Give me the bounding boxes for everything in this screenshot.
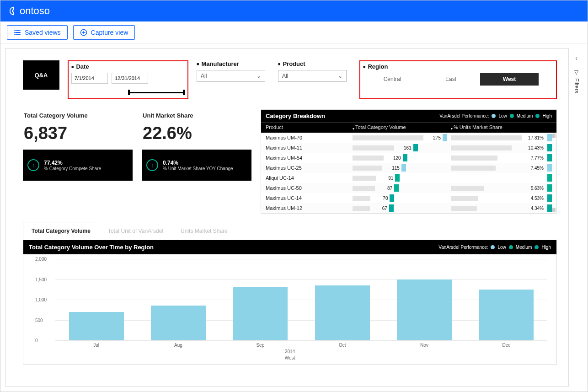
- table-row[interactable]: Maximus UC-251157.45%: [261, 163, 556, 173]
- cell-product: Maximus UC-14: [266, 195, 353, 201]
- date-end-input[interactable]: [112, 73, 148, 84]
- share-bar: [451, 135, 522, 140]
- cell-product: Maximus UM-54: [266, 155, 353, 161]
- legend-low-dot: [491, 245, 495, 249]
- product-select[interactable]: All ⌄: [278, 70, 347, 82]
- cell-volume: 70: [353, 194, 451, 202]
- cell-share: 10.43%: [451, 144, 552, 151]
- card-volume-desc: % Category Compete Share: [44, 166, 101, 171]
- perf-indicator: [547, 194, 552, 202]
- perf-indicator: [443, 134, 447, 141]
- card-share-value: 22.6%: [142, 123, 251, 150]
- cell-product: Maximus UC-50: [266, 185, 353, 191]
- col-volume[interactable]: ▾Total Category Volume: [353, 124, 451, 130]
- saved-views-label: Saved views: [25, 29, 61, 36]
- region-btn-west[interactable]: West: [480, 73, 539, 86]
- funnel-icon: ▽: [573, 69, 580, 75]
- date-start-input[interactable]: [71, 73, 108, 84]
- date-slider[interactable]: [71, 89, 185, 96]
- chart-card: Total Category Volume Over Time by Regio…: [23, 240, 557, 365]
- right-rail: ‹ ▽ Filters: [568, 48, 584, 387]
- share-value: 10.43%: [528, 145, 544, 150]
- card-share: Unit Market Share 22.6% ↑ 0.74% % Unit M…: [142, 109, 251, 214]
- table-row[interactable]: Maximus UC-50875.63%: [261, 183, 556, 193]
- mid-row: Total Category Volume 6,837 ↑ 77.42% % C…: [23, 109, 557, 214]
- legend-high-dot: [535, 245, 539, 249]
- capture-view-button[interactable]: Capture view: [73, 25, 135, 40]
- legend-title: VanArsdel Performance:: [438, 245, 488, 250]
- collapse-rail-button[interactable]: ‹: [575, 54, 577, 62]
- qna-button[interactable]: Q&A: [23, 60, 59, 90]
- bar-jul[interactable]: [69, 312, 124, 340]
- grid-line: [55, 320, 547, 321]
- bar-dec[interactable]: [479, 290, 534, 340]
- cell-volume: 67: [353, 204, 451, 212]
- card-volume-pct: 77.42%: [44, 160, 101, 166]
- chart-tabs: Total Category VolumeTotal Unit of VanAr…: [23, 222, 557, 240]
- topbar: ontoso: [0, 0, 588, 21]
- share-value: 4.53%: [531, 196, 544, 201]
- slider-handle-start[interactable]: [128, 90, 130, 95]
- saved-views-button[interactable]: Saved views: [7, 25, 68, 40]
- app-window: ontoso Saved views Capture view Q&A Date: [0, 0, 588, 392]
- slider-track: [128, 92, 185, 93]
- cell-volume: 275: [353, 134, 451, 141]
- chevron-down-icon: ⌄: [257, 73, 261, 79]
- share-bar: [451, 196, 478, 201]
- scroll-up-icon[interactable]: [552, 134, 556, 138]
- slider-handle-end[interactable]: [183, 90, 185, 95]
- cell-product: Aliqui UC-14: [266, 175, 353, 181]
- chart-region-label: West: [285, 355, 295, 360]
- cell-share: 17.81%: [451, 134, 552, 141]
- bar-aug[interactable]: [151, 306, 206, 340]
- chart-tab-2[interactable]: Units Market Share: [172, 222, 236, 240]
- volume-bar: [353, 176, 376, 181]
- perf-indicator: [403, 154, 407, 161]
- x-tick-label: Oct: [339, 343, 346, 348]
- volume-value: 275: [425, 135, 441, 140]
- scroll-down-icon[interactable]: [552, 208, 556, 212]
- table-row[interactable]: Aliqui UC-1491: [261, 173, 556, 183]
- col-product[interactable]: Product: [266, 124, 353, 130]
- volume-value: 91: [378, 176, 393, 181]
- share-value: 17.81%: [528, 135, 544, 140]
- filter-row: Q&A Date Manufacturer: [23, 60, 557, 99]
- cell-volume: 161: [353, 144, 451, 151]
- x-tick-label: Jul: [93, 343, 99, 348]
- region-buttons: CentralEastWest: [363, 73, 553, 86]
- perf-indicator: [547, 174, 552, 182]
- chart-tab-1[interactable]: Total Unit of VanArsdel: [99, 222, 172, 240]
- capture-view-label: Capture view: [91, 29, 128, 36]
- arrow-up-icon: ↑: [27, 159, 39, 171]
- share-bar: [451, 166, 496, 171]
- body: Q&A Date Manufacturer: [0, 43, 588, 392]
- col-share[interactable]: ▾% Units Market Share: [451, 124, 552, 130]
- filters-label: Filters: [573, 78, 580, 93]
- table-row[interactable]: Maximus UM-1116110.43%: [261, 143, 556, 153]
- table-row[interactable]: Maximus UM-12674.34%: [261, 203, 556, 213]
- volume-bar: [353, 196, 370, 201]
- manufacturer-select[interactable]: All ⌄: [197, 70, 265, 82]
- product-filter: Product All ⌄: [278, 60, 351, 99]
- table-row[interactable]: Maximus UM-541207.77%: [261, 153, 556, 163]
- cell-product: Maximus UM-70: [266, 135, 353, 140]
- share-value: 4.34%: [531, 206, 544, 211]
- card-share-pct: 0.74%: [163, 160, 233, 166]
- card-volume-title: Total Category Volume: [23, 109, 133, 123]
- volume-value: 161: [396, 145, 412, 150]
- region-btn-central[interactable]: Central: [363, 73, 422, 86]
- perf-indicator: [390, 194, 394, 202]
- legend-medium-dot: [509, 245, 513, 249]
- share-bar: [451, 206, 477, 211]
- filters-pane-button[interactable]: ▽ Filters: [573, 69, 580, 93]
- chart-tab-0[interactable]: Total Category Volume: [23, 222, 99, 240]
- cell-share: 4.34%: [451, 204, 552, 212]
- table-row[interactable]: Maximus UC-14704.53%: [261, 193, 556, 203]
- bar-nov[interactable]: [397, 279, 452, 341]
- bar-sep[interactable]: [233, 287, 288, 340]
- cell-volume: 115: [353, 164, 451, 172]
- table-row[interactable]: Maximus UM-7027517.81%: [261, 133, 556, 143]
- bar-oct[interactable]: [315, 285, 370, 340]
- region-btn-east[interactable]: East: [422, 73, 480, 86]
- share-bar: [451, 156, 497, 161]
